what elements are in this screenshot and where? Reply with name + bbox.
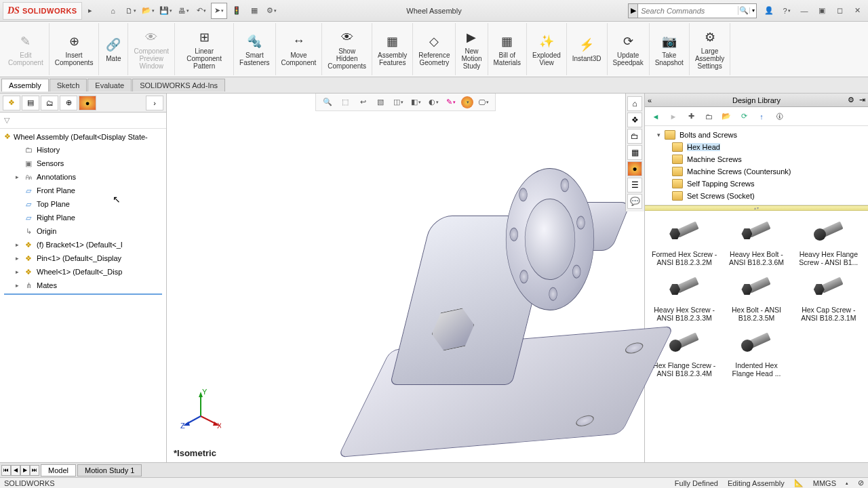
add-location-icon[interactable]: ✚ bbox=[684, 110, 698, 123]
status-units-dd-icon[interactable]: ▴ bbox=[846, 481, 848, 486]
custom-props-tab-icon[interactable]: ☰ bbox=[627, 178, 642, 192]
prev-view-icon[interactable]: ↩ bbox=[355, 96, 370, 109]
open-file-icon[interactable]: 📂 bbox=[140, 3, 157, 19]
doc-tab-solidworks-add-ins[interactable]: SOLIDWORKS Add-Ins bbox=[132, 79, 225, 92]
bottom-tab-model[interactable]: Model bbox=[41, 464, 76, 476]
status-units[interactable]: MMGS bbox=[813, 479, 836, 487]
tree-root[interactable]: ❖ Wheel Assembly (Default<Display State- bbox=[0, 130, 166, 143]
expand-icon[interactable]: ▸ bbox=[14, 255, 20, 262]
ribbon-show-hidden-components[interactable]: 👁ShowHiddenComponents bbox=[322, 23, 372, 75]
expand-icon[interactable]: ▸ bbox=[14, 268, 20, 275]
ribbon-new-motion-study[interactable]: ▶NewMotionStudy bbox=[456, 23, 488, 75]
ribbon-large-assembly-settings[interactable]: ⚙LargeAssemblySettings bbox=[690, 23, 730, 75]
status-custom-icon[interactable]: 📐 bbox=[794, 479, 804, 487]
view-triad[interactable]: Y X Z bbox=[180, 389, 221, 430]
minimize-icon[interactable]: — bbox=[796, 3, 812, 19]
menu-expand-icon[interactable]: ▸ bbox=[82, 3, 98, 19]
print-icon[interactable]: 🖶 bbox=[176, 3, 192, 19]
maximize-icon[interactable]: ◻ bbox=[831, 3, 848, 19]
options-gear-icon[interactable]: ⚙ bbox=[264, 3, 280, 19]
forum-tab-icon[interactable]: 💬 bbox=[627, 194, 642, 209]
library-item[interactable]: Heavy Hex Screw - ANSI B18.2.3.3M bbox=[650, 272, 718, 323]
tree-node-pin1[interactable]: ▸❖Pin<1> (Default<_Display bbox=[0, 251, 166, 265]
tab-next-icon[interactable]: ▶ bbox=[20, 465, 30, 476]
tree-rollback-bar[interactable] bbox=[4, 293, 162, 295]
nav-back-icon[interactable]: ◄ bbox=[649, 110, 663, 123]
hide-show-icon[interactable]: ◐ bbox=[426, 96, 441, 109]
doc-tab-assembly[interactable]: Assembly bbox=[1, 79, 49, 92]
expand-icon[interactable]: ▸ bbox=[14, 174, 20, 180]
zoom-fit-icon[interactable]: 🔍 bbox=[320, 96, 335, 109]
file-props-icon[interactable]: ▦ bbox=[246, 3, 262, 19]
tab-last-icon[interactable]: ⏭ bbox=[30, 465, 39, 476]
doc-tab-sketch[interactable]: Sketch bbox=[50, 79, 87, 92]
ribbon-insert-components[interactable]: ⊕InsertComponents bbox=[50, 23, 100, 75]
search-dropdown-icon[interactable]: ▾ bbox=[749, 7, 756, 14]
dimxpert-tab-icon[interactable]: ⊕ bbox=[60, 96, 77, 110]
file-explorer-tab-icon[interactable]: 🗀 bbox=[627, 129, 642, 144]
library-folder-set-screws-socket-[interactable]: Set Screws (Socket) bbox=[672, 190, 867, 202]
display-manager-tab-icon[interactable]: ● bbox=[79, 96, 96, 110]
nav-fwd-icon[interactable]: ► bbox=[667, 110, 680, 123]
search-commands[interactable]: ▶ 🔍 ▾ bbox=[628, 3, 757, 18]
library-item[interactable]: Heavy Hex Bolt - ANSI B18.2.3.6M bbox=[722, 216, 790, 268]
tree-node-sensors[interactable]: ▣Sensors bbox=[0, 157, 166, 170]
library-folder-machine-screws-countersunk-[interactable]: Machine Screws (Countersunk) bbox=[672, 165, 867, 178]
ribbon-reference-geometry[interactable]: ◇ReferenceGeometry bbox=[413, 23, 456, 75]
close-icon[interactable]: ✕ bbox=[849, 3, 865, 19]
apply-scene-icon[interactable] bbox=[461, 96, 473, 108]
doc-tab-evaluate[interactable]: Evaluate bbox=[87, 79, 132, 92]
tree-node-annotations[interactable]: ▸🗛Annotations bbox=[0, 170, 166, 184]
ribbon-smart-fasteners[interactable]: 🔩SmartFasteners bbox=[234, 23, 275, 75]
library-item[interactable]: Indented Hex Flange Head ... bbox=[722, 327, 790, 379]
property-manager-tab-icon[interactable]: ▤ bbox=[22, 96, 39, 110]
tab-prev-icon[interactable]: ◀ bbox=[11, 465, 20, 476]
resources-tab-icon[interactable]: ⌂ bbox=[627, 96, 642, 111]
panel-options-icon[interactable]: ⚙ bbox=[848, 96, 854, 104]
ribbon-take-snapshot[interactable]: 📷TakeSnapshot bbox=[650, 23, 690, 75]
tree-node-top[interactable]: ▱Top Plane bbox=[0, 197, 166, 211]
up-level-icon[interactable]: ↑ bbox=[755, 110, 768, 123]
config-manager-tab-icon[interactable]: 🗂 bbox=[41, 96, 58, 110]
display-style-icon[interactable]: ◧ bbox=[408, 96, 423, 109]
tree-node-wheel1[interactable]: ▸❖Wheel<1> (Default<_Disp bbox=[0, 265, 166, 279]
tree-node-f[interactable]: ▸❖(f) Bracket<1> (Default<_I bbox=[0, 238, 166, 251]
tree-filter-icon[interactable]: ▽ bbox=[0, 113, 166, 129]
appearances-tab-icon[interactable]: ● bbox=[627, 161, 642, 176]
design-library-tab-icon[interactable]: ❖ bbox=[627, 113, 642, 127]
library-folder-self-tapping-screws[interactable]: Self Tapping Screws bbox=[672, 178, 867, 190]
library-item[interactable]: Heavy Hex Flange Screw - ANSI B1... bbox=[795, 216, 863, 268]
view-orient-icon[interactable]: ◫ bbox=[391, 96, 406, 109]
search-icon[interactable]: 🔍 bbox=[738, 6, 749, 15]
edit-appearance-icon[interactable]: ✎ bbox=[443, 96, 458, 109]
new-file-icon[interactable]: 🗋 bbox=[123, 3, 139, 19]
pin-panel-icon[interactable]: ⇥ bbox=[859, 96, 865, 104]
ribbon-move-component[interactable]: ↔MoveComponent bbox=[276, 23, 323, 75]
library-folder-machine-screws[interactable]: Machine Screws bbox=[672, 153, 867, 165]
select-icon[interactable]: ➤ bbox=[211, 3, 227, 19]
new-folder-icon[interactable]: 🗀 bbox=[702, 110, 715, 123]
section-view-icon[interactable]: ▧ bbox=[373, 96, 388, 109]
restore-icon[interactable]: ▣ bbox=[814, 3, 830, 19]
ribbon-linear-component-pattern[interactable]: ⊞Linear ComponentPattern bbox=[175, 23, 234, 75]
user-icon[interactable]: 👤 bbox=[761, 3, 777, 19]
tabs-overflow-icon[interactable]: › bbox=[146, 96, 163, 110]
tab-first-icon[interactable]: ⏮ bbox=[1, 465, 11, 476]
ribbon-bill-of-materials[interactable]: ▦Bill ofMaterials bbox=[488, 23, 528, 75]
ribbon-instant3d[interactable]: ⚡Instant3D bbox=[567, 23, 608, 75]
config-toolbox-icon[interactable]: 🛈 bbox=[772, 110, 786, 123]
library-parent-folder[interactable]: ▾ Bolts and Screws bbox=[657, 129, 867, 141]
ribbon-assembly-features[interactable]: ▦AssemblyFeatures bbox=[372, 23, 413, 75]
help-icon[interactable]: ? bbox=[778, 3, 795, 19]
ribbon-mate[interactable]: 🔗Mate bbox=[99, 23, 128, 75]
home-icon[interactable]: ⌂ bbox=[105, 3, 121, 19]
library-folder-hex-head[interactable]: Hex Head bbox=[672, 141, 867, 153]
view-settings-icon[interactable]: 🖵 bbox=[476, 96, 491, 109]
zoom-area-icon[interactable]: ⬚ bbox=[338, 96, 353, 109]
library-item[interactable]: Hex Cap Screw - ANSI B18.2.3.1M bbox=[795, 272, 863, 323]
bottom-tab-motion-study-1[interactable]: Motion Study 1 bbox=[77, 464, 142, 476]
expand-icon[interactable]: ▸ bbox=[14, 282, 20, 289]
status-macro-icon[interactable]: ⊘ bbox=[858, 479, 864, 487]
ribbon-exploded-view[interactable]: ✨ExplodedView bbox=[527, 23, 567, 75]
undo-icon[interactable]: ↶ bbox=[193, 3, 210, 19]
